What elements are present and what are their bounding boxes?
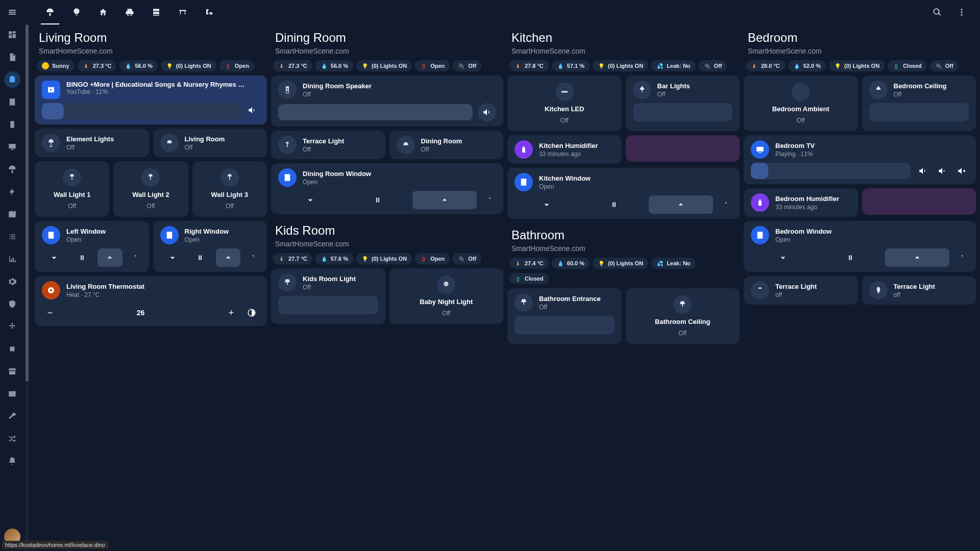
side-shield[interactable] — [4, 296, 20, 312]
chip-door[interactable]: ▯Closed — [509, 273, 549, 284]
cover-pause[interactable] — [70, 248, 95, 267]
volume-icon[interactable] — [478, 103, 496, 121]
side-energy[interactable] — [4, 184, 20, 200]
cover-up[interactable] — [412, 191, 477, 209]
chip-door[interactable]: ▯Open — [415, 60, 450, 71]
side-map[interactable] — [4, 206, 20, 222]
chip-humidity[interactable]: 💧56.0 % — [119, 60, 157, 71]
side-tools[interactable] — [4, 408, 20, 424]
chip-temp[interactable]: 🌡27.3 °C — [78, 60, 117, 71]
volume-slider[interactable] — [751, 163, 911, 179]
chip-lights[interactable]: 💡(0) Lights ON — [356, 253, 412, 264]
chip-lights[interactable]: 💡(0) Lights ON — [161, 60, 216, 71]
side-settings[interactable] — [4, 273, 20, 290]
cover-down[interactable] — [42, 248, 67, 267]
chip-humidity[interactable]: 💧52.0 % — [788, 60, 826, 71]
brightness-slider[interactable] — [278, 296, 378, 314]
side-bell[interactable] — [4, 453, 20, 469]
terrace-light-2[interactable]: Terrace Lightoff — [862, 276, 976, 305]
kitchen-humidifier[interactable]: Kitchen Humidifier33 minutes ago — [507, 135, 622, 164]
chip-plug[interactable]: 🔌Off — [453, 253, 481, 264]
bathroom-entrance[interactable]: Bathroom EntranceOff — [507, 288, 622, 344]
dining-window[interactable]: Dining Room WindowOpen — [271, 163, 503, 214]
dining-room-light[interactable]: Dining RoomOff — [389, 131, 504, 159]
tab-lights[interactable] — [63, 0, 90, 24]
side-ghost[interactable] — [4, 71, 20, 88]
bathroom-ceiling[interactable]: Bathroom CeilingOff — [626, 288, 740, 344]
cover-pause[interactable] — [188, 248, 213, 267]
dining-speaker[interactable]: Dining Room SpeakerOff — [271, 76, 503, 127]
chip-plug[interactable]: 🔌Off — [453, 60, 481, 71]
chip-door[interactable]: ▯Open — [219, 60, 254, 71]
chip-humidity[interactable]: 💧57.1 % — [552, 60, 590, 71]
brightness-slider[interactable] — [514, 316, 615, 334]
chip-door[interactable]: ▯Open — [415, 253, 450, 264]
cover-pause[interactable] — [818, 248, 883, 267]
side-chart[interactable] — [4, 251, 20, 267]
tab-furniture[interactable] — [169, 0, 196, 24]
tab-server[interactable] — [143, 0, 169, 24]
chip-lights[interactable]: 💡(0) Lights ON — [593, 60, 648, 71]
chip-humidity[interactable]: 💧56.0 % — [315, 60, 353, 71]
chip-temp[interactable]: 🌡28.0 °C — [746, 60, 785, 71]
side-dashboard[interactable] — [4, 27, 20, 43]
cover-up[interactable] — [885, 248, 949, 267]
bar-lights[interactable]: Bar LightsOff — [626, 76, 740, 131]
volume-slider[interactable] — [278, 104, 473, 120]
volume-slider[interactable] — [42, 103, 242, 119]
right-window[interactable]: Right WindowOpen — [153, 221, 267, 272]
brightness-slider[interactable] — [633, 103, 733, 121]
wall-light-1[interactable]: Wall Light 1Off — [35, 161, 109, 217]
side-shop[interactable] — [4, 363, 20, 380]
side-shuffle[interactable] — [4, 431, 20, 447]
side-page[interactable] — [4, 49, 20, 65]
side-list[interactable] — [4, 229, 20, 245]
wall-light-3[interactable]: Wall Light 3Off — [192, 161, 267, 217]
chip-temp[interactable]: 🌡27.8 °C — [509, 60, 549, 71]
media-player-living[interactable]: BINGO +More | Educational Songs & Nurser… — [35, 76, 267, 124]
chip-humidity[interactable]: 💧57.6 % — [315, 253, 353, 264]
baby-night-light[interactable]: Baby Night LightOff — [389, 268, 504, 324]
cover-pause[interactable] — [582, 195, 646, 214]
cover-down[interactable] — [278, 191, 342, 209]
vol-up[interactable] — [954, 164, 969, 178]
chip-leak[interactable]: 💦Leak: No — [651, 60, 695, 71]
wall-light-2[interactable]: Wall Light 2Off — [113, 161, 188, 217]
terrace-light[interactable]: Terrace LightOff — [271, 131, 385, 159]
cover-down[interactable] — [514, 195, 579, 214]
kitchen-window[interactable]: Kitchen WindowOpen — [507, 168, 740, 219]
chip-weather[interactable]: Sunny — [37, 60, 75, 71]
light-living-room[interactable]: Living RoomOff — [153, 129, 267, 157]
thermostat-mode[interactable] — [243, 305, 260, 321]
side-mushroom2[interactable] — [4, 161, 20, 178]
side-panel[interactable] — [4, 386, 20, 402]
cover-up[interactable] — [649, 195, 713, 214]
kids-light[interactable]: Kids Room LightOff — [271, 268, 385, 324]
cover-tilt[interactable] — [480, 191, 496, 209]
chip-plug[interactable]: 🔌Off — [930, 60, 959, 71]
tab-print[interactable] — [116, 0, 143, 24]
scrollbar[interactable] — [26, 24, 29, 551]
cover-tilt[interactable] — [716, 195, 732, 214]
kitchen-led[interactable]: Kitchen LEDOff — [507, 76, 622, 131]
left-window[interactable]: Left WindowOpen — [35, 221, 149, 272]
chip-plug[interactable]: 🔌Off — [699, 60, 727, 71]
chip-leak[interactable]: 💦Leak: No — [651, 258, 695, 269]
bedroom-ambient[interactable]: Bedroom AmbientOff — [744, 76, 858, 131]
light-element[interactable]: Element LightsOff — [35, 129, 149, 157]
terrace-light-1[interactable]: Terrace Lightoff — [744, 276, 858, 305]
chip-humidity[interactable]: 💧60.0 % — [552, 258, 590, 269]
chip-temp[interactable]: 🌡27.7 °C — [273, 253, 312, 264]
humidifier-slider-card[interactable] — [862, 188, 976, 215]
side-arrows[interactable] — [4, 318, 20, 335]
tab-pipe[interactable] — [196, 0, 223, 24]
chip-temp[interactable]: 🌡27.4 °C — [509, 258, 549, 269]
bedroom-humidifier[interactable]: Bedroom Humidifier33 minutes ago — [744, 188, 858, 217]
cover-down[interactable] — [160, 248, 185, 267]
cover-tilt[interactable] — [126, 248, 142, 267]
thermostat-living[interactable]: Living Room ThermostatHeat · 27 °C − 26 … — [35, 276, 267, 326]
side-tablet[interactable] — [4, 94, 20, 110]
vol-down[interactable] — [935, 164, 949, 178]
more-button[interactable] — [951, 2, 972, 22]
cover-pause[interactable] — [346, 191, 410, 209]
